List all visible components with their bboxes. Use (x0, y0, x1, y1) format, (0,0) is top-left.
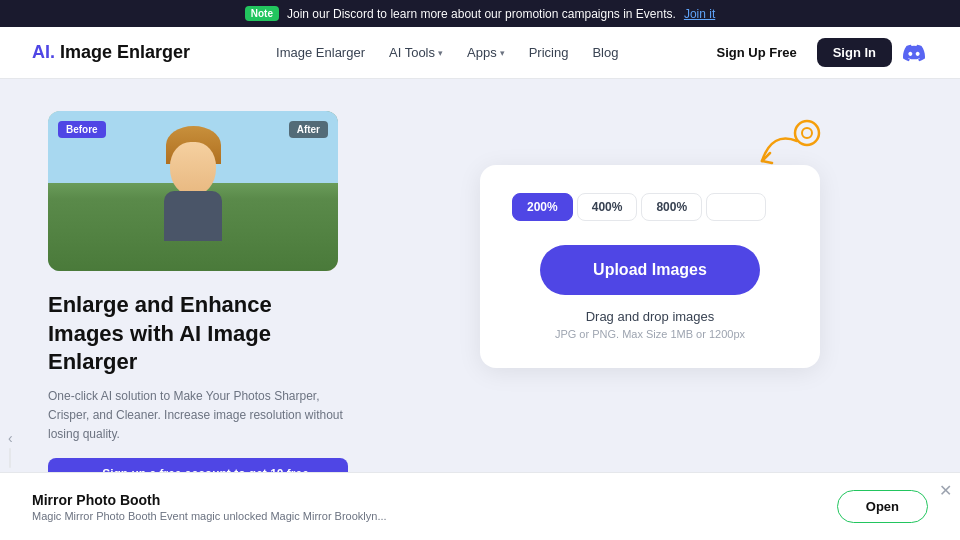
zoom-custom-input[interactable] (706, 193, 766, 221)
header: AI. Image Enlarger Image Enlarger AI Too… (0, 27, 960, 79)
chevron-down-icon: ▾ (500, 48, 505, 58)
zoom-controls: 200% 400% 800% (512, 193, 766, 221)
close-icon[interactable]: ✕ (939, 481, 952, 500)
logo: AI. Image Enlarger (32, 42, 190, 63)
ad-content: Mirror Photo Booth Magic Mirror Photo Bo… (32, 492, 387, 522)
note-badge: Note (245, 6, 279, 21)
drag-drop-text: Drag and drop images (586, 309, 715, 324)
notification-text: Join our Discord to learn more about our… (287, 7, 676, 21)
file-type-hint: JPG or PNG. Max Size 1MB or 1200px (555, 328, 745, 340)
header-actions: Sign Up Free Sign In (704, 38, 928, 67)
notification-bar: Note Join our Discord to learn more abou… (0, 0, 960, 27)
left-column: Before After Enlarge and Enhance Images … (48, 111, 348, 504)
chevron-down-icon: ▾ (438, 48, 443, 58)
nav-apps[interactable]: Apps ▾ (457, 39, 515, 66)
nav-image-enlarger[interactable]: Image Enlarger (266, 39, 375, 66)
discord-icon[interactable] (900, 39, 928, 67)
scroll-indicator: ‹ (8, 430, 13, 468)
chevron-down-icon: ‹ (8, 430, 13, 446)
svg-point-1 (802, 128, 812, 138)
join-link[interactable]: Join it (684, 7, 715, 21)
svg-point-0 (795, 121, 819, 145)
ad-banner: Mirror Photo Booth Magic Mirror Photo Bo… (0, 472, 960, 540)
zoom-200-button[interactable]: 200% (512, 193, 573, 221)
zoom-800-button[interactable]: 800% (641, 193, 702, 221)
ad-title: Mirror Photo Booth (32, 492, 387, 508)
nav-ai-tools[interactable]: AI Tools ▾ (379, 39, 453, 66)
signin-button[interactable]: Sign In (817, 38, 892, 67)
before-after-image: Before After (48, 111, 338, 271)
nav-blog[interactable]: Blog (582, 39, 628, 66)
right-column: 200% 400% 800% Upload Images Drag and dr… (388, 111, 912, 368)
nav-pricing[interactable]: Pricing (519, 39, 579, 66)
ad-open-button[interactable]: Open (837, 490, 928, 523)
upload-images-button[interactable]: Upload Images (540, 245, 760, 295)
scroll-line (9, 448, 11, 468)
zoom-400-button[interactable]: 400% (577, 193, 638, 221)
ad-subtitle: Magic Mirror Photo Booth Event magic unl… (32, 510, 387, 522)
upload-panel: 200% 400% 800% Upload Images Drag and dr… (480, 165, 820, 368)
signup-button[interactable]: Sign Up Free (704, 39, 808, 66)
main-content: Before After Enlarge and Enhance Images … (0, 79, 960, 536)
hero-heading: Enlarge and Enhance Images with AI Image… (48, 291, 348, 377)
hero-subtext: One-click AI solution to Make Your Photo… (48, 387, 348, 445)
main-nav: Image Enlarger AI Tools ▾ Apps ▾ Pricing… (266, 39, 628, 66)
